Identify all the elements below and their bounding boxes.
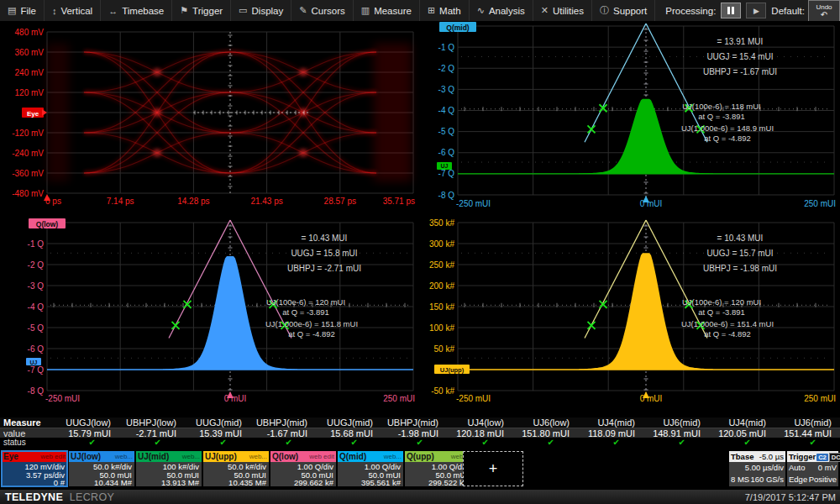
analysis-icon: ∿	[477, 5, 485, 16]
x-axis-tick-label: -250 mUI	[456, 394, 491, 403]
measure-column-header[interactable]: UJ4(low)	[447, 417, 512, 428]
y-axis-tick-label: -2 Q	[438, 64, 455, 73]
menu-item-label: Timebase	[122, 6, 164, 16]
y-axis-tick-label: -1 Q	[28, 239, 45, 249]
menu-item-support[interactable]: ⓘSupport	[592, 0, 655, 21]
descriptor-value-line: 10.434 M#	[69, 479, 132, 487]
menu-item-file[interactable]: ▤File	[0, 0, 45, 21]
menu-item-timebase[interactable]: ↔Timebase	[101, 0, 172, 21]
y-axis-tick-label: 300 k#	[429, 239, 454, 249]
measure-column-header[interactable]: UJ6(mid)	[643, 417, 709, 428]
trace-badge-label: UJ(upp)	[440, 366, 465, 374]
measure-column-header[interactable]: UUGJ(mid)	[316, 417, 381, 428]
display-icon: ▭	[239, 5, 247, 16]
descriptor-uj-low[interactable]: UJ(low)web...50.0 k#/div50.0 mUI10.434 M…	[69, 451, 134, 486]
measure-column-header[interactable]: UBHPJ(low)	[119, 417, 185, 428]
measure-table-row-value: value15.79 mUI-2.71 mUI15.39 mUI-1.67 mU…	[0, 428, 840, 438]
trigger-descriptor[interactable]: Trigger C2DC Auto0 mV EdgePositive	[787, 451, 838, 486]
y-axis-tick-label: 200 k#	[429, 281, 454, 291]
y-axis-tick-label: 50 k#	[434, 344, 455, 354]
annotation-text: at Q = -4.892	[288, 329, 335, 339]
measure-icon: ▥	[361, 5, 370, 16]
measure-status-check-icon: ✔	[709, 438, 774, 448]
undo-button[interactable]: Undo ↶	[808, 0, 840, 22]
annotation-text: at Q = -3.891	[698, 307, 745, 317]
menu-item-cursors[interactable]: ✎Cursors	[291, 0, 353, 21]
menu-item-label: Analysis	[489, 6, 525, 16]
descriptor-header: UJ(upp)web...	[203, 451, 269, 462]
measure-column-header[interactable]: UBHPJ(mid)	[250, 417, 316, 428]
timebase-descriptor[interactable]: Tbase -5.0 µs 5.00 µs/div 8 MS160 GS/s	[729, 451, 785, 486]
plot-source-badge-label: Q(low)	[36, 220, 59, 228]
timebase-samples: 8 MS	[731, 475, 749, 486]
descriptor-values: 50.0 k#/div50.0 mUI10.435 M#	[203, 462, 269, 487]
annotation-text: UBHPJ = -1.98 mUI	[703, 264, 777, 273]
annotation-text: UJ(100e-6) = 120 mUI	[266, 297, 345, 307]
timebase-icon: ↔	[108, 6, 118, 16]
menu-item-utilities[interactable]: ✕Utilities	[533, 0, 592, 21]
annotation-text: UJ(100e-6) = 120 mUI	[682, 297, 761, 307]
descriptor-q-upp[interactable]: Q(upp)web...1.00 Q/div50.0 mUI299.522 k#	[405, 451, 470, 486]
x-axis-tick-label: -250 mUI	[45, 394, 80, 403]
measure-column-header[interactable]: UJ6(low)	[512, 417, 578, 428]
descriptor-value-line: 10.435 M#	[203, 479, 266, 487]
y-axis-tick-label: 100 k#	[429, 323, 454, 333]
annotation-text: = 10.43 MUI	[717, 234, 764, 243]
y-axis-tick-label: -2 Q	[28, 260, 45, 270]
support-icon: ⓘ	[600, 4, 609, 17]
y-axis-tick-label: -50 k#	[431, 386, 454, 396]
undo-icon: ↶	[821, 11, 827, 18]
measure-column-header[interactable]: UUGJ(mid)	[185, 417, 250, 428]
descriptor-eye[interactable]: Eyeweb edit120 mV/div3.57 ps/div0 #	[2, 451, 67, 486]
pause-button[interactable]	[721, 3, 741, 18]
descriptor-value-line: 0 #	[2, 479, 65, 487]
menu-item-label: Vertical	[60, 6, 92, 16]
menu-item-vertical[interactable]: ↕Vertical	[45, 0, 101, 21]
vertical-icon: ↕	[52, 6, 57, 16]
menu-item-display[interactable]: ▭Display	[231, 0, 291, 21]
descriptor-sublabel: web edit	[40, 453, 66, 460]
trace-badge-label: UJ	[30, 360, 38, 365]
menu-item-math[interactable]: ⊞Math	[420, 0, 470, 21]
measure-column-header[interactable]: UUGJ(low)	[54, 417, 119, 428]
math-icon: ⊞	[428, 5, 435, 16]
descriptor-label: UJ(mid)	[138, 452, 169, 461]
annotation-text: at Q = -3.891	[698, 112, 745, 121]
descriptor-uj-upp[interactable]: UJ(upp)web...50.0 k#/div50.0 mUI10.435 M…	[203, 451, 269, 486]
trigger-coupling: Edge	[789, 475, 807, 486]
menu-item-label: Cursors	[311, 6, 344, 16]
x-axis-tick-label: 28.57 ps	[324, 197, 356, 206]
menu-item-measure[interactable]: ▥Measure	[354, 0, 420, 21]
utilities-icon: ✕	[541, 5, 549, 16]
measure-column-header[interactable]: UJ4(mid)	[709, 417, 774, 428]
annotation-text: UUGJ = 15.4 mUI	[706, 52, 773, 61]
annotation-text: = 10.43 MUI	[302, 234, 348, 243]
level-marker-arrow-icon	[42, 109, 47, 116]
annotation-text: = 13.91 MUI	[717, 37, 764, 46]
measure-column-header[interactable]: UBHPJ(mid)	[381, 417, 447, 428]
menu-item-label: Support	[613, 6, 647, 16]
default-label: Default:	[771, 6, 805, 16]
measure-column-header[interactable]: UJ6(mid)	[774, 417, 840, 428]
timebase-scale: 5.00 µs/div	[745, 463, 784, 474]
descriptor-sublabel: web edit	[309, 453, 334, 460]
measure-status-check-icon: ✔	[643, 438, 709, 448]
measure-column-header[interactable]: UJ4(mid)	[578, 417, 643, 428]
descriptor-uj-mid[interactable]: UJ(mid)web...100 k#/div50.0 mUI13.913 M#	[136, 451, 202, 486]
play-button[interactable]: ▶	[746, 3, 766, 18]
plot-source-badge-label: Eye	[27, 110, 39, 118]
descriptor-q-low[interactable]: Q(low)web edit1.00 Q/div50.0 mUI299.662 …	[270, 451, 336, 486]
menu-item-label: Math	[439, 6, 461, 16]
annotation-text: UUGJ = 15.7 mUI	[706, 249, 773, 258]
measure-status-check-icon: ✔	[512, 438, 578, 448]
timebase-header: Tbase -5.0 µs	[729, 451, 785, 462]
add-trace-button[interactable]: +	[463, 451, 523, 486]
descriptor-q-mid[interactable]: Q(mid)web...1.00 Q/div50.0 mUI395.561 k#	[338, 451, 403, 486]
menu-item-trigger[interactable]: ⚑Trigger	[172, 0, 231, 21]
measure-status-check-icon: ✔	[185, 438, 250, 448]
y-axis-tick-label: -8 Q	[28, 386, 45, 396]
cursors-icon: ✎	[299, 5, 307, 16]
menu-item-analysis[interactable]: ∿Analysis	[470, 0, 533, 21]
x-axis-tick-label: 250 mUI	[804, 199, 836, 208]
menu-item-label: Trigger	[192, 6, 223, 16]
